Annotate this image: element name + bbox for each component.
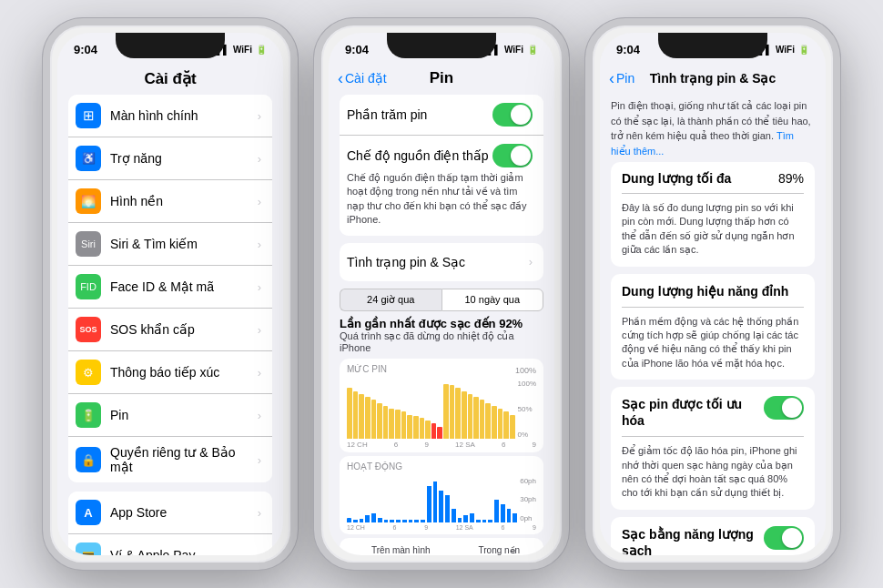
charge-text: Lần gần nhất được sạc đến 92% (340, 317, 543, 330)
clean-energy-toggle-row: Sạc bằng năng lượng sạch (622, 526, 804, 555)
tab-24h[interactable]: 24 giờ qua (340, 289, 442, 311)
sos-icon: SOS (76, 317, 101, 342)
act-bot: 0ph (520, 514, 536, 522)
act-time-6: 9 (533, 524, 536, 531)
home-screen-icon: ⊞ (76, 103, 101, 128)
list-item[interactable]: ⚙ Thông báo tiếp xúc › (68, 351, 272, 394)
chart1-50: 50% (518, 405, 536, 413)
list-item[interactable]: Phần trăm pin (340, 95, 543, 136)
background-label: Trong nền (479, 545, 521, 555)
chevron-icon: › (258, 323, 261, 337)
health-row-label: Tình trạng pin & Sạc (347, 255, 529, 269)
background-col: Trong nền 38 phút (479, 545, 521, 555)
list-item[interactable]: Siri Siri & Tìm kiếm › (68, 223, 272, 266)
accessibility-icon: ♿ (76, 146, 101, 171)
notch-1 (116, 33, 225, 58)
charge-info: Lần gần nhất được sạc đến 92% Quá trình … (340, 317, 543, 353)
max-capacity-section: Dung lượng tối đa 89% Đây là số đo dung … (611, 162, 815, 267)
low-power-toggle[interactable] (492, 144, 533, 167)
battery-intro: Pin điện thoại, giống như tất cả các loạ… (611, 98, 815, 158)
chevron-icon: › (258, 409, 261, 422)
back-arrow-icon: ‹ (338, 69, 343, 88)
list-item[interactable]: 🔒 Quyền riêng tư & Bảo mật › (68, 437, 272, 482)
back-button-2[interactable]: ‹ Cài đặt (338, 69, 387, 88)
list-item[interactable]: ♿ Trợ năng › (68, 137, 272, 180)
notch-3 (658, 33, 767, 58)
wallpaper-icon: 🌅 (76, 188, 101, 214)
phone-frame-3: 9:04 ▌▌▌ WiFi 🔋 ‹ Pin Tình trạng pin & S… (585, 18, 840, 570)
contact-tracing-icon: ⚙ (76, 360, 101, 385)
optimized-charging-section: Sạc pin được tối ưu hóa Để giảm tốc độ l… (611, 387, 815, 510)
faceid-icon: FID (76, 274, 101, 299)
battery-icon: 🔋 (256, 45, 267, 55)
phone-screen-1: 9:04 ▌▌▌ WiFi 🔋 Cài đặt ⊞ Màn hình chính… (57, 33, 283, 555)
list-item[interactable]: ⊞ Màn hình chính › (68, 95, 272, 137)
nav-bar-2: ‹ Cài đặt Pin (329, 62, 554, 95)
act-time-4: 12 SA (456, 524, 473, 531)
list-item[interactable]: FID Face ID & Mật mã › (68, 266, 272, 309)
act-time-1: 12 CH (347, 524, 365, 531)
wallet-icon: 💳 (76, 542, 101, 555)
battery-pct-label: Phần trăm pin (347, 107, 492, 122)
battery-screen: ‹ Cài đặt Pin Phần trăm pin Chế độ nguồn… (329, 62, 554, 555)
accessibility-label: Trợ năng (110, 151, 258, 166)
phone-frame-1: 9:04 ▌▌▌ WiFi 🔋 Cài đặt ⊞ Màn hình chính… (43, 18, 298, 570)
time-3: 9:04 (616, 43, 640, 56)
privacy-label: Quyền riêng tư & Bảo mật (110, 445, 258, 474)
phone-screen-2: 9:04 ▌▌▌ WiFi 🔋 ‹ Cài đặt Pin (329, 33, 554, 555)
clean-energy-title: Sạc bằng năng lượng sạch (622, 527, 754, 555)
health-row-section: Tình trạng pin & Sạc › (340, 243, 543, 281)
list-item[interactable]: 🌅 Hình nền › (68, 180, 272, 223)
list-item[interactable]: 🔋 Pin › (68, 394, 272, 437)
chevron-icon: › (258, 453, 261, 467)
peak-title: Dung lượng hiệu năng đỉnh (622, 284, 788, 299)
list-item[interactable]: 💳 Ví & Apple Pay › (68, 534, 272, 555)
chart-time-1: 12 CH (347, 441, 368, 449)
page-title-3: Tình trạng pin & Sạc (650, 71, 776, 86)
chart1-100: 100% (518, 380, 536, 388)
appstore-label: App Store (110, 505, 258, 520)
tab-10d[interactable]: 10 ngày qua (442, 289, 544, 311)
tab-bar: 24 giờ qua 10 ngày qua (340, 289, 543, 311)
back-button-3[interactable]: ‹ Pin (609, 69, 634, 88)
on-screen-col: Trên màn hình 4 giờ, 39 phú... (363, 545, 439, 555)
back-arrow-icon: ‹ (609, 69, 614, 88)
act-time-3: 9 (424, 524, 428, 531)
wallet-label: Ví & Apple Pay (110, 548, 258, 555)
chevron-icon: › (258, 366, 261, 380)
settings-screen: Cài đặt ⊞ Màn hình chính › ♿ Trợ năng › (57, 62, 283, 555)
list-item[interactable]: Chế độ nguồn điện thấp Chế độ nguồn điện… (340, 136, 543, 236)
clean-energy-section: Sạc bằng năng lượng sạch Trong vùng của … (611, 517, 815, 555)
chart1-pct-top: 100% (515, 366, 536, 375)
phone-3: 9:04 ▌▌▌ WiFi 🔋 ‹ Pin Tình trạng pin & S… (585, 18, 840, 570)
act-top: 60ph (520, 477, 536, 485)
max-capacity-title: Dung lượng tối đa (622, 171, 731, 186)
battery-pct-toggle[interactable] (492, 103, 533, 127)
battery-settings-icon: 🔋 (76, 402, 101, 428)
chevron-icon: › (258, 506, 261, 520)
optimized-toggle-text: Sạc pin được tối ưu hóa (622, 396, 756, 429)
contact-tracing-label: Thông báo tiếp xúc (110, 365, 258, 380)
phone-frame-2: 9:04 ▌▌▌ WiFi 🔋 ‹ Cài đặt Pin (314, 18, 569, 570)
nav-bar-3: ‹ Pin Tình trạng pin & Sạc (600, 62, 826, 95)
list-item[interactable]: SOS SOS khẩn cấp › (68, 309, 272, 351)
act-time-5: 6 (501, 524, 504, 531)
low-power-label: Chế độ nguồn điện thấp (347, 148, 492, 163)
clean-energy-toggle[interactable] (764, 526, 804, 550)
siri-icon: Siri (76, 231, 101, 257)
health-screen: ‹ Pin Tình trạng pin & Sạc Pin điện thoạ… (600, 62, 826, 555)
optimized-toggle[interactable] (764, 396, 804, 420)
chart2-label: HOẠT ĐỘNG (347, 461, 402, 471)
battery-icon: 🔋 (527, 45, 538, 55)
activity-chart: HOẠT ĐỘNG (340, 456, 543, 534)
phone-1: 9:04 ▌▌▌ WiFi 🔋 Cài đặt ⊞ Màn hình chính… (43, 18, 298, 570)
home-screen-label: Màn hình chính (110, 108, 258, 123)
faceid-label: Face ID & Mật mã (110, 279, 258, 294)
list-item[interactable]: A App Store › (68, 492, 272, 534)
notch-2 (387, 33, 496, 58)
chart-time-4: 12 SA (455, 441, 475, 449)
charge-sub: Quá trình sạc đã dừng do nhiệt độ của iP… (340, 330, 543, 353)
list-item[interactable]: Tình trạng pin & Sạc › (340, 243, 543, 281)
settings-section-2: A App Store › 💳 Ví & Apple Pay › (68, 492, 272, 555)
max-capacity-pct: 89% (778, 171, 804, 186)
